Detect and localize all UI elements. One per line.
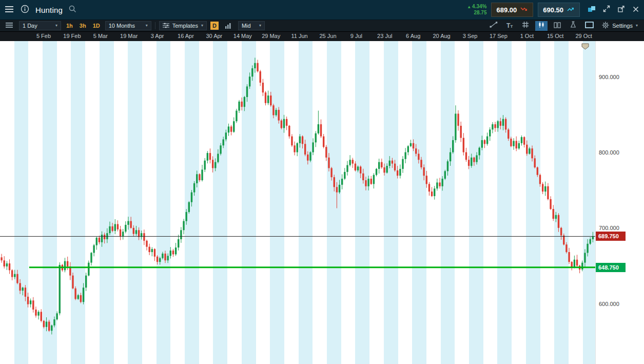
chevron-down-icon: ▾ xyxy=(259,24,261,28)
instrument-title: Hunting xyxy=(35,6,63,14)
date-tick-label: 6 Aug xyxy=(406,33,420,39)
date-tick-label: 16 Apr xyxy=(178,33,194,39)
date-tick-label: 5 Feb xyxy=(36,33,51,39)
timeframe-value: 1 Day xyxy=(23,23,37,29)
flask-icon xyxy=(570,21,576,30)
topbar: Hunting ▲4.34% 28.75 689.00 690.50 xyxy=(0,0,644,20)
date-tick-label: 17 Sep xyxy=(490,33,508,39)
menu-button[interactable] xyxy=(4,4,14,15)
toolbar-divider xyxy=(155,22,155,29)
popout-icon xyxy=(618,5,625,14)
date-tick-label: 1 Oct xyxy=(520,33,534,39)
expand-button[interactable] xyxy=(602,4,611,15)
date-tick-label: 29 Oct xyxy=(575,33,592,39)
chart-list-button[interactable] xyxy=(3,21,15,31)
templates-dropdown[interactable]: Templates ▾ xyxy=(159,21,207,30)
sell-arrow-icon xyxy=(520,6,528,14)
quick-period-1d[interactable]: 1D xyxy=(91,23,102,29)
chevron-down-icon: ▾ xyxy=(146,24,148,28)
search-icon xyxy=(69,5,76,15)
mini-chart-icon xyxy=(222,21,235,31)
templates-value: Templates xyxy=(172,23,198,29)
window-controls xyxy=(587,4,640,15)
date-tick-label: 19 Mar xyxy=(120,33,138,39)
support-price-label: 648.750 xyxy=(596,263,626,272)
list-icon xyxy=(6,21,13,30)
range-dropdown[interactable]: 10 Months ▾ xyxy=(105,21,151,30)
price-type-dropdown[interactable]: Mid ▾ xyxy=(238,21,265,30)
timeframe-dropdown[interactable]: 1 Day ▾ xyxy=(19,21,61,30)
date-tick-label: 3 Apr xyxy=(151,33,164,39)
candlestick-icon xyxy=(538,21,545,30)
chevron-down-icon: ▾ xyxy=(201,24,203,28)
current-price-label: 689.750 xyxy=(596,232,626,241)
date-tick-label: 29 May xyxy=(262,33,280,39)
price-axis[interactable]: 689.750 648.750 900.000800.000700.000600… xyxy=(595,41,644,364)
quick-period-1h[interactable]: 1h xyxy=(65,23,74,29)
text-tool-icon: TT xyxy=(506,23,513,29)
date-tick-label: 11 Jun xyxy=(291,33,307,39)
price-tick-label: 600.000 xyxy=(599,301,619,307)
date-axis[interactable]: 5 Feb19 Feb5 Mar19 Mar3 Apr16 Apr30 Apr1… xyxy=(0,32,644,41)
settings-dropdown[interactable]: Settings ▾ xyxy=(599,21,641,30)
grid-toggle-button[interactable] xyxy=(519,21,532,31)
range-value: 10 Months xyxy=(109,23,135,29)
price-type-value: Mid xyxy=(242,23,251,29)
up-triangle-icon: ▲ xyxy=(467,5,471,9)
candlestick-style-button[interactable] xyxy=(535,21,548,31)
panels-icon xyxy=(588,5,595,14)
buy-arrow-icon xyxy=(567,6,575,14)
date-tick-label: 20 Aug xyxy=(433,33,450,39)
price-change-block: ▲4.34% 28.75 xyxy=(467,4,486,16)
split-panels-icon xyxy=(554,21,561,30)
date-tick-label: 15 Oct xyxy=(547,33,563,39)
expand-icon xyxy=(603,5,610,14)
buy-price-button[interactable]: 690.50 xyxy=(538,3,580,17)
price-tick-label: 900.000 xyxy=(599,74,619,80)
date-tick-label: 25 Jun xyxy=(319,33,336,39)
info-icon xyxy=(21,5,29,15)
trading-app-window: Hunting ▲4.34% 28.75 689.00 690.50 xyxy=(0,0,644,364)
chevron-down-icon: ▾ xyxy=(636,24,638,28)
chevron-down-icon: ▾ xyxy=(55,24,57,28)
candlestick-chart[interactable] xyxy=(0,41,595,364)
chart-toolbar: 1 Day ▾ 1h 3h 1D 10 Months ▾ Templates ▾… xyxy=(0,20,644,32)
buy-price: 690.50 xyxy=(543,6,563,14)
date-tick-label: 30 Apr xyxy=(206,33,222,39)
date-tick-label: 14 May xyxy=(233,33,252,39)
compare-button[interactable] xyxy=(551,21,563,31)
info-button[interactable] xyxy=(19,4,30,16)
granularity-badge[interactable]: D xyxy=(210,22,219,30)
change-value: 28.75 xyxy=(467,10,486,16)
popout-button[interactable] xyxy=(617,4,626,15)
date-tick-label: 5 Mar xyxy=(93,33,108,39)
price-tick-label: 700.000 xyxy=(599,225,619,231)
text-tool-button[interactable]: TT xyxy=(503,21,516,31)
date-tick-label: 9 Jul xyxy=(350,33,362,39)
rectangle-tool-button[interactable] xyxy=(583,21,595,31)
indicators-button[interactable] xyxy=(567,21,579,31)
search-button[interactable] xyxy=(68,4,77,16)
date-tick-label: 19 Feb xyxy=(63,33,81,39)
date-tick-label: 3 Sep xyxy=(463,33,478,39)
sell-price-button[interactable]: 689.00 xyxy=(491,3,533,17)
gear-icon xyxy=(602,22,609,30)
close-icon xyxy=(633,5,639,14)
quick-period-3h[interactable]: 3h xyxy=(78,23,88,29)
dock-button[interactable] xyxy=(587,4,596,15)
sliders-icon xyxy=(163,23,169,29)
price-tick-label: 800.000 xyxy=(599,149,619,156)
hamburger-icon xyxy=(5,5,13,14)
change-percent: 4.34% xyxy=(472,4,486,9)
close-button[interactable] xyxy=(632,4,640,15)
chart-area: 689.750 648.750 900.000800.000700.000600… xyxy=(0,41,644,364)
trendline-icon xyxy=(490,21,498,30)
rectangle-icon xyxy=(585,21,594,30)
event-marker-icon[interactable] xyxy=(581,43,589,50)
settings-label: Settings xyxy=(612,23,633,29)
date-tick-label: 23 Jul xyxy=(377,33,392,39)
sell-price: 689.00 xyxy=(496,6,517,14)
grid-icon xyxy=(522,21,529,30)
trendline-tool-button[interactable] xyxy=(487,21,500,31)
